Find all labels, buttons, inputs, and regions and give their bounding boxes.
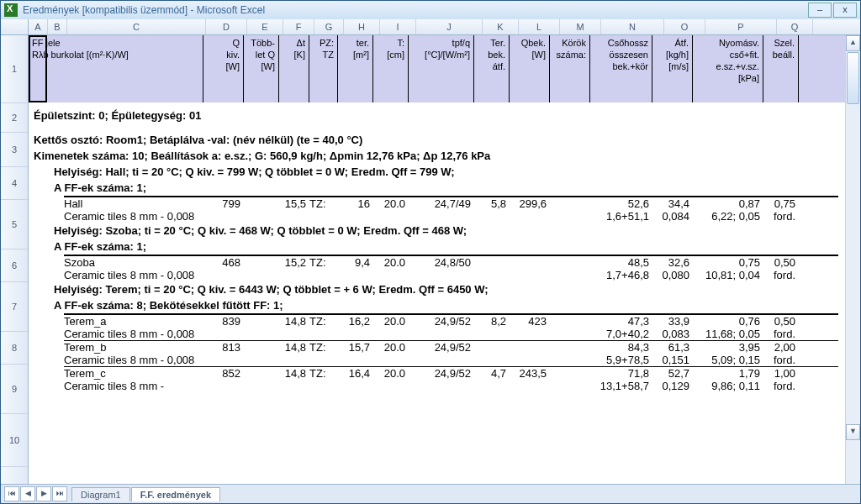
header-cell: PZ: TZ <box>309 35 338 102</box>
col-header-B[interactable]: B <box>48 19 67 34</box>
data-row: Terem_c85214,8TZ:16,420.024,9/524,7243,5… <box>29 367 845 380</box>
row-headers: 12345678910 <box>1 35 29 484</box>
text-line: Kettős osztó: Room1; Betáplálva -val: (n… <box>29 132 845 148</box>
row-header[interactable]: 5 <box>1 200 28 249</box>
data-row-sub: Ceramic tiles 8 mm - 0,0081,7+46,80,0801… <box>29 269 845 281</box>
col-header-D[interactable]: D <box>206 19 247 34</box>
row-header[interactable]: 3 <box>1 133 28 167</box>
header-cell: Csőhossz összesen bek.+kör <box>590 35 652 102</box>
tab-nav-next[interactable]: ▶ <box>36 486 51 501</box>
col-header-F[interactable]: F <box>283 19 314 34</box>
header-cell: Ter. bek. átf. <box>474 35 510 102</box>
header-cell: FF jele Rλb burkolat [(m²·K)/W] <box>29 35 203 102</box>
header-cell: Körök száma: <box>550 35 590 102</box>
header-cell: Több- let Q [W] <box>244 35 279 102</box>
header-cell: T: [cm] <box>373 35 409 102</box>
text-line: Épületszint: 0; Épületegység: 01 <box>29 108 845 123</box>
col-header-O[interactable]: O <box>664 19 705 34</box>
col-header-K[interactable]: K <box>483 19 519 34</box>
tab-diagram1[interactable]: Diagram1 <box>71 487 130 501</box>
col-header-M[interactable]: M <box>560 19 601 34</box>
header-cell: Q kiv. [W] <box>203 35 244 102</box>
tab-nav-last[interactable]: ⏭ <box>52 486 67 501</box>
data-row: Hall79915,5TZ:1620.024,7/495,8299,652,63… <box>29 197 845 210</box>
row-header[interactable]: 4 <box>1 167 28 200</box>
data-row-sub: Ceramic tiles 8 mm - 0,0085,9+78,50,1515… <box>29 354 845 366</box>
header-cell: tpf/q [°C]/[W/m²] <box>409 35 474 102</box>
text-line: Helyiség: Terem; ti = 20 °C; Q kiv. = 64… <box>29 281 845 297</box>
header-cell: Átf. [kg/h] [m/s] <box>652 35 693 102</box>
row-header[interactable]: 2 <box>1 103 28 133</box>
col-header-I[interactable]: I <box>380 19 416 34</box>
table-header-row: FF jele Rλb burkolat [(m²·K)/W]Q kiv. [W… <box>29 35 845 102</box>
col-header-J[interactable]: J <box>416 19 483 34</box>
row-header[interactable]: 6 <box>1 249 28 282</box>
header-cell: Qbek. [W] <box>510 35 550 102</box>
text-line: A FF-ek száma: 8; Bekötésekkel fűtött FF… <box>29 297 845 313</box>
text-line: Kimenetek száma: 10; Beállítások a: e.sz… <box>29 148 845 164</box>
col-header-G[interactable]: G <box>314 19 344 34</box>
titlebar: Eredmények [kompatibilis üzemmód] - Micr… <box>1 1 860 19</box>
close-button[interactable]: x <box>833 3 857 18</box>
text-line: Helyiség: Hall; ti = 20 °C; Q kiv. = 799… <box>29 164 845 180</box>
sheet-tabs: ⏮ ◀ ▶ ⏭ Diagram1 F.F. eredmények <box>1 484 860 503</box>
col-header-Q[interactable]: Q <box>777 19 813 34</box>
window-title: Eredmények [kompatibilis üzemmód] - Micr… <box>23 4 265 16</box>
data-row: Szoba46815,2TZ:9,420.024,8/5048,532,60,7… <box>29 256 845 269</box>
row-header[interactable]: 1 <box>1 35 28 103</box>
excel-icon <box>4 3 18 17</box>
header-cell: ter. [m²] <box>338 35 373 102</box>
row-header[interactable]: 7 <box>1 282 28 332</box>
scroll-down-button[interactable]: ▼ <box>846 424 860 440</box>
select-all-cell[interactable] <box>1 19 29 34</box>
col-header-P[interactable]: P <box>705 19 777 34</box>
text-line: Helyiség: Szoba; ti = 20 °C; Q kiv. = 46… <box>29 223 845 239</box>
tab-ff-eredmenyek[interactable]: F.F. eredmények <box>131 487 220 501</box>
worksheet-grid[interactable]: FF jele Rλb burkolat [(m²·K)/W]Q kiv. [W… <box>29 35 845 484</box>
tab-nav-first[interactable]: ⏮ <box>4 486 19 501</box>
scroll-thumb[interactable] <box>847 52 859 104</box>
scroll-up-button[interactable]: ▲ <box>846 35 860 51</box>
col-header-A[interactable]: A <box>29 19 48 34</box>
column-headers: ABCDEFGHIJKLMNOPQ <box>1 19 860 35</box>
col-header-N[interactable]: N <box>601 19 664 34</box>
header-cell: Nyomásv. cső+fit. e.sz.+v.sz. [kPa] <box>693 35 763 102</box>
col-header-H[interactable]: H <box>344 19 380 34</box>
tab-nav-prev[interactable]: ◀ <box>20 486 35 501</box>
header-cell: Szel. beáll. <box>763 35 799 102</box>
data-row-sub: Ceramic tiles 8 mm -13,1+58,70,1299,86; … <box>29 380 845 392</box>
data-row-sub: Ceramic tiles 8 mm - 0,0081,6+51,10,0846… <box>29 210 845 223</box>
text-line: A FF-ek száma: 1; <box>29 180 845 196</box>
text-line: A FF-ek száma: 1; <box>29 239 845 255</box>
minimize-button[interactable]: – <box>808 3 832 18</box>
data-row: Terem_a83914,8TZ:16,220.024,9/528,242347… <box>29 315 845 328</box>
col-header-L[interactable]: L <box>519 19 560 34</box>
data-row-sub: Ceramic tiles 8 mm - 0,0087,0+40,20,0831… <box>29 328 845 340</box>
col-header-E[interactable]: E <box>247 19 283 34</box>
vertical-scrollbar[interactable]: ▲ ▼ <box>845 35 860 484</box>
row-header[interactable]: 9 <box>1 365 28 414</box>
data-row: Terem_b81314,8TZ:15,720.024,9/5284,361,3… <box>29 341 845 354</box>
row-header[interactable]: 8 <box>1 332 28 365</box>
excel-window: Eredmények [kompatibilis üzemmód] - Micr… <box>0 0 861 504</box>
row-header[interactable]: 10 <box>1 414 28 467</box>
col-header-C[interactable]: C <box>67 19 206 34</box>
header-cell: Δt [K] <box>279 35 309 102</box>
